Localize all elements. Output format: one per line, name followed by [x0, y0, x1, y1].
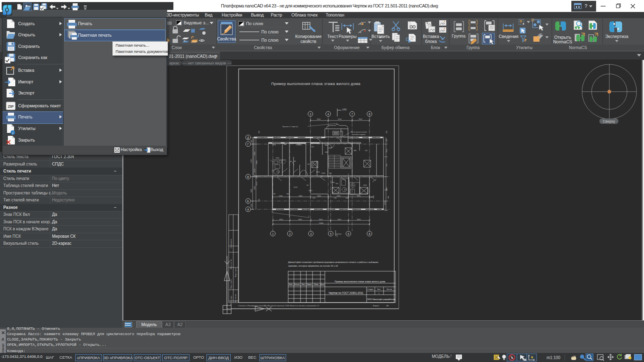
svg-text:Д: Д	[247, 136, 249, 140]
svg-text:1: 1	[272, 232, 274, 235]
svg-text:Сверху: Сверху	[603, 119, 616, 123]
svg-text:3000: 3000	[338, 218, 342, 220]
svg-text:4020: 4020	[253, 186, 256, 190]
svg-text:1250: 1250	[282, 159, 286, 161]
svg-text:Группа: Группа	[452, 33, 465, 38]
svg-text:335: 335	[258, 130, 260, 133]
svg-text:Место для установки: Место для установки	[350, 131, 367, 133]
svg-text:3: 3	[310, 232, 312, 235]
svg-text:Экспертиза: Экспертиза	[605, 34, 628, 39]
svg-text:3600: 3600	[319, 218, 323, 220]
svg-text:160: 160	[273, 193, 276, 195]
svg-text:Дата: Дата	[320, 283, 324, 285]
svg-text:Пример выполнения плана этажа: Пример выполнения плана этажа жилого дом…	[271, 81, 360, 86]
svg-text:?: ?	[585, 3, 587, 9]
svg-text:Кол.уч: Кол.уч	[294, 283, 300, 285]
svg-text:520: 520	[320, 175, 323, 177]
svg-text:Согласовано: Согласовано	[230, 239, 232, 248]
svg-text:NormaCS: NormaCS	[569, 45, 587, 50]
svg-text:Свойства: Свойства	[254, 45, 272, 50]
svg-text:По слою: По слою	[246, 21, 263, 26]
svg-text:950: 950	[336, 182, 339, 185]
svg-text:А3: А3	[386, 305, 389, 307]
svg-text:3600: 3600	[357, 218, 361, 220]
svg-text:Инв. № подл.: Инв. № подл.	[230, 296, 232, 305]
svg-text:130: 130	[325, 151, 328, 153]
svg-text:735: 735	[256, 176, 258, 179]
svg-text:Копирование: Копирование	[295, 34, 322, 39]
svg-text:900: 900	[250, 140, 252, 142]
svg-text:960: 960	[325, 144, 328, 146]
svg-text:4200: 4200	[250, 189, 252, 193]
svg-text:3000: 3000	[279, 218, 284, 220]
svg-text:5570: 5570	[256, 182, 258, 186]
svg-text:6200: 6200	[338, 118, 342, 120]
svg-text:360: 360	[387, 196, 389, 199]
svg-text:Формат: Формат	[373, 305, 379, 307]
svg-text:3: 3	[310, 113, 311, 116]
svg-text:Оформление: Оформление	[334, 45, 360, 50]
svg-text:Размеры: Размеры	[339, 34, 357, 39]
svg-text:По слою: По слою	[261, 29, 279, 34]
svg-text:2570: 2570	[384, 201, 386, 205]
svg-text:670: 670	[329, 172, 332, 174]
svg-text:Б: Б	[247, 200, 249, 203]
svg-text:Изм: Изм	[289, 283, 292, 285]
svg-text:3000: 3000	[317, 118, 321, 120]
svg-text:экранами, которые оформлены на: экранами, которые оформлены на листах А3…	[288, 265, 338, 267]
svg-text:5: 5	[330, 232, 331, 235]
svg-text:Слои: Слои	[172, 45, 182, 50]
svg-text:120: 120	[334, 197, 337, 199]
svg-text:2960: 2960	[337, 195, 341, 197]
svg-text:1690: 1690	[316, 171, 320, 173]
svg-text:Сведения: Сведения	[499, 34, 519, 39]
svg-text:6: 6	[348, 232, 349, 235]
svg-text:Фрагмент 1 лифт (х): Фрагмент 1 лифт (х)	[282, 125, 298, 128]
svg-text:15800: 15800	[319, 222, 324, 224]
svg-text:Видовые э...: Видовые э...	[184, 20, 209, 25]
svg-text:Текст: Текст	[327, 34, 339, 39]
svg-text:64: 64	[308, 163, 310, 165]
svg-text:свойств: свойств	[301, 39, 316, 44]
svg-text:Утилиты: Утилиты	[516, 45, 533, 50]
svg-text:160: 160	[346, 197, 348, 199]
svg-text:Буфер обмена: Буфер обмена	[381, 45, 410, 50]
svg-text:5570: 5570	[294, 186, 298, 188]
svg-text:1500: 1500	[328, 147, 332, 149]
svg-text:А: А	[247, 208, 249, 211]
svg-text:Инв. № экз.: Инв. № экз.	[235, 294, 237, 303]
svg-text:8: 8	[369, 113, 370, 116]
svg-text:Подп. и дата: Подп. и дата	[235, 267, 237, 277]
svg-text:4: 4	[327, 113, 329, 116]
svg-text:m1:100: m1:100	[547, 355, 561, 360]
svg-text:Подп. и дата: Подп. и дата	[230, 279, 232, 289]
svg-text:610: 610	[386, 163, 388, 166]
svg-text:520: 520	[328, 175, 331, 177]
svg-text:4940: 4940	[256, 160, 258, 164]
svg-text:5700: 5700	[250, 159, 252, 163]
svg-text:Взам. инв. №: Взам. инв. №	[230, 259, 232, 269]
svg-text:1400: 1400	[363, 184, 367, 186]
svg-text:По слою: По слою	[261, 38, 279, 43]
svg-text:2940: 2940	[279, 195, 283, 197]
svg-text:Лист: Лист	[377, 288, 381, 290]
svg-text:Вставка: Вставка	[423, 34, 439, 39]
svg-text:Г: Г	[247, 143, 249, 146]
svg-text:335: 335	[386, 139, 388, 142]
svg-text:Блок: Блок	[431, 45, 440, 50]
svg-text:Стадия: Стадия	[367, 288, 373, 290]
svg-text:5↑: 5↑	[184, 40, 186, 42]
svg-text:Лист: Лист	[301, 283, 305, 285]
svg-text:1610: 1610	[276, 157, 280, 159]
svg-text:3010: 3010	[386, 149, 388, 153]
svg-text:№док: №док	[307, 283, 311, 285]
svg-text:NormaCS: NormaCS	[553, 39, 572, 44]
svg-text:Сделано в Платформе nanoCAD. М: Сделано в Платформе nanoCAD. Масштаб чер…	[238, 305, 320, 307]
svg-text:120: 120	[365, 149, 368, 151]
svg-text:68: 68	[294, 160, 296, 162]
svg-text:160: 160	[284, 143, 286, 145]
svg-text:120: 120	[313, 197, 315, 199]
svg-text:2230: 2230	[322, 172, 326, 174]
svg-text:Свойства: Свойства	[217, 36, 236, 41]
svg-text:В: В	[247, 175, 249, 178]
